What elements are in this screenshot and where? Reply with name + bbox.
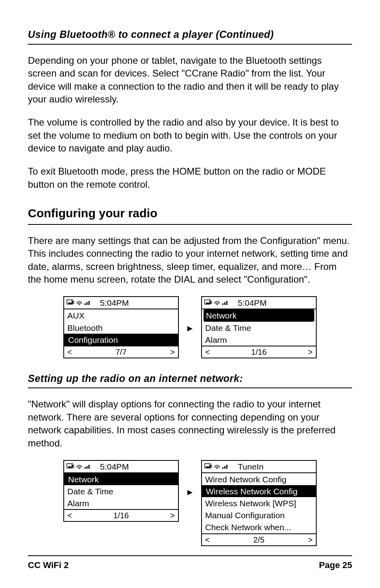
- lcd-row-item: AUX: [64, 309, 178, 321]
- svg-rect-17: [68, 466, 71, 468]
- svg-rect-1: [68, 303, 71, 304]
- lcd-page: 2/5: [213, 534, 305, 545]
- lcd-time: TuneIn: [231, 462, 313, 471]
- lcd-prev: <: [202, 346, 213, 358]
- svg-rect-9: [206, 303, 209, 304]
- status-icons: [67, 298, 91, 307]
- para-cfg-1: There are many settings that can be adju…: [28, 234, 352, 286]
- ethernet-icon: [67, 462, 74, 471]
- ethernet-icon: [204, 462, 212, 471]
- svg-rect-14: [224, 302, 225, 305]
- signal-icon: [84, 298, 91, 307]
- lcd-time: 5:04PM: [93, 462, 176, 471]
- lcd-row-item: Alarm: [64, 497, 178, 509]
- lcd-footer: < 1/16 >: [64, 509, 178, 521]
- footer-page: Page 25: [319, 559, 352, 571]
- lcd-page: 7/7: [75, 346, 167, 358]
- lcd-row-item: Check Network when...: [202, 521, 316, 533]
- lcd-row-item: Date & Time: [202, 322, 316, 334]
- svg-rect-21: [84, 467, 86, 469]
- lcd-row-item-selected: Configuration: [64, 334, 178, 346]
- lcd-next: >: [305, 346, 316, 358]
- arrow-icon: ►: [184, 460, 196, 498]
- lcd-header: 5:04PM: [64, 297, 178, 309]
- svg-point-28: [217, 468, 218, 469]
- signal-icon: [84, 462, 91, 471]
- lcd-page: 1/16: [75, 510, 167, 521]
- ethernet-icon: [204, 298, 212, 307]
- lcd-next: >: [305, 534, 316, 545]
- svg-rect-13: [222, 303, 223, 305]
- svg-rect-22: [86, 466, 88, 469]
- lcd-header: 5:04PM: [64, 461, 178, 473]
- lcd-header: 5:04PM: [202, 297, 316, 309]
- lcd-time: 5:04PM: [93, 298, 176, 307]
- heading-network: Setting up the radio on an internet netw…: [28, 372, 352, 389]
- lcd-footer: < 1/16 >: [202, 346, 316, 358]
- status-icons: [67, 462, 91, 471]
- svg-rect-31: [226, 465, 227, 469]
- signal-icon: [222, 298, 229, 307]
- lcd-panel-1-right: 5:04PM Network Date & Time Alarm < 1/16 …: [201, 296, 317, 358]
- lcd-row-item: Alarm: [202, 334, 316, 346]
- svg-point-12: [217, 304, 218, 305]
- svg-rect-23: [88, 465, 90, 469]
- svg-rect-30: [224, 466, 225, 469]
- lcd-row-1: 5:04PM AUX Bluetooth Configuration < 7/7…: [28, 296, 352, 358]
- lcd-footer: < 7/7 >: [64, 346, 178, 358]
- wifi-icon: [76, 462, 83, 471]
- status-icons: [204, 462, 229, 471]
- lcd-panel-2-left: 5:04PM Network Date & Time Alarm < 1/16 …: [63, 460, 179, 522]
- lcd-row-item-selected: Network: [204, 309, 314, 321]
- status-icons: [204, 298, 229, 307]
- svg-rect-15: [226, 301, 227, 305]
- wifi-icon: [76, 298, 83, 307]
- svg-rect-29: [222, 467, 223, 469]
- lcd-row-item: Wired Network Config: [202, 473, 316, 485]
- lcd-time: 5:04PM: [231, 298, 313, 307]
- svg-rect-25: [206, 466, 209, 468]
- lcd-panel-2-right: TuneIn Wired Network Config Wireless Net…: [201, 460, 317, 546]
- lcd-row-item: Date & Time: [64, 485, 178, 497]
- lcd-next: >: [167, 510, 178, 521]
- svg-rect-6: [86, 302, 88, 305]
- page-footer: CC WiFi 2 Page 25: [28, 555, 352, 571]
- signal-icon: [222, 462, 229, 471]
- lcd-footer: < 2/5 >: [202, 533, 316, 545]
- lcd-prev: <: [202, 534, 213, 545]
- footer-product: CC WiFi 2: [28, 559, 69, 571]
- lcd-row-item-selected: Wireless Network Config: [202, 485, 316, 497]
- svg-rect-5: [84, 303, 86, 305]
- lcd-prev: <: [64, 346, 75, 358]
- para-bt-3: To exit Bluetooth mode, press the HOME b…: [28, 165, 352, 191]
- lcd-row-item: Bluetooth: [64, 322, 178, 334]
- lcd-row-item: Manual Configuration: [202, 509, 316, 521]
- lcd-row-item-selected: Network: [64, 473, 178, 485]
- lcd-page: 1/16: [213, 346, 305, 358]
- lcd-next: >: [167, 346, 178, 358]
- lcd-header: TuneIn: [202, 461, 316, 473]
- lcd-prev: <: [64, 510, 75, 521]
- lcd-row-item: Wireless Network [WPS]: [202, 497, 316, 509]
- lcd-panel-1-left: 5:04PM AUX Bluetooth Configuration < 7/7…: [63, 296, 179, 358]
- para-bt-2: The volume is controlled by the radio an…: [28, 116, 352, 155]
- arrow-icon: ►: [184, 296, 196, 334]
- para-net-1: "Network" will display options for conne…: [28, 398, 352, 450]
- ethernet-icon: [67, 298, 74, 307]
- lcd-row-2: 5:04PM Network Date & Time Alarm < 1/16 …: [28, 460, 352, 546]
- svg-rect-7: [88, 301, 90, 305]
- wifi-icon: [214, 298, 221, 307]
- wifi-icon: [214, 462, 221, 471]
- heading-configure: Configuring your radio: [28, 205, 352, 225]
- svg-point-4: [79, 304, 80, 305]
- heading-bluetooth: Using Bluetooth® to connect a player (Co…: [28, 28, 352, 45]
- para-bt-1: Depending on your phone or tablet, navig…: [28, 54, 352, 106]
- svg-point-20: [79, 468, 80, 469]
